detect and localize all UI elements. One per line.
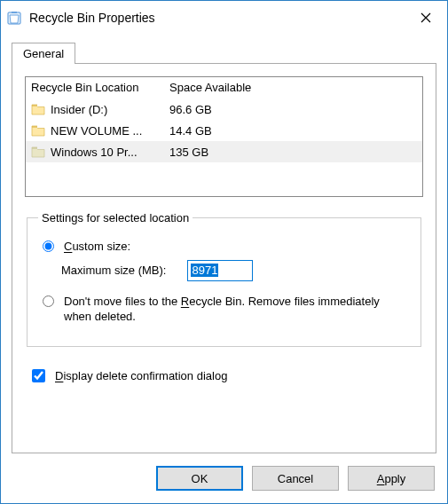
titlebar: Recycle Bin Properties <box>1 1 447 35</box>
maxsize-value: 8971 <box>191 264 218 277</box>
accel-letter: C <box>64 240 72 253</box>
dialog-buttons: OK Cancel Apply <box>1 453 447 503</box>
label-text: isplay delete confirmation dialog <box>63 369 227 382</box>
radio-custom-size[interactable] <box>43 240 54 252</box>
folder-icon <box>31 146 45 158</box>
radio-dont-move-row: Don't move files to the Recycle Bin. Rem… <box>38 294 410 325</box>
tab-general-label: General <box>23 47 64 60</box>
drive-space: 96.6 GB <box>169 103 417 116</box>
maxsize-row: Maximum size (MB): 8971 <box>61 260 410 281</box>
radio-dont-move-label[interactable]: Don't move files to the Recycle Bin. Rem… <box>64 294 410 325</box>
list-item[interactable]: NEW VOLUME ... 14.4 GB <box>26 120 422 141</box>
radio-custom-size-row: Custom size: <box>38 239 410 255</box>
tab-panel-general: Recycle Bin Location Space Available Ins… <box>12 63 436 453</box>
dialog-body: General Recycle Bin Location Space Avail… <box>1 35 447 453</box>
radio-custom-label[interactable]: Custom size: <box>64 239 130 255</box>
drive-name: NEW VOLUME ... <box>51 124 142 138</box>
accel-letter: R <box>181 295 189 308</box>
ok-button[interactable]: OK <box>156 466 243 491</box>
drive-space: 14.4 GB <box>169 124 417 138</box>
button-label: Cancel <box>278 472 313 485</box>
cancel-button[interactable]: Cancel <box>252 466 339 491</box>
close-button[interactable] <box>405 1 447 35</box>
settings-group: Settings for selected location Custom si… <box>27 211 421 347</box>
drive-list-header: Recycle Bin Location Space Available <box>26 77 422 98</box>
tab-general[interactable]: General <box>12 43 75 64</box>
folder-icon <box>31 124 45 137</box>
maxsize-label: Maximum size (MB): <box>61 264 166 277</box>
drive-list[interactable]: Recycle Bin Location Space Available Ins… <box>25 76 423 197</box>
apply-button[interactable]: Apply <box>348 466 435 491</box>
label-text: ustom size: <box>72 240 130 253</box>
folder-icon <box>31 103 45 115</box>
tabstrip: General <box>12 42 436 63</box>
settings-legend: Settings for selected location <box>38 211 193 224</box>
drive-space: 135 GB <box>169 146 417 159</box>
button-label: OK <box>192 472 208 485</box>
recycle-bin-icon <box>6 10 22 26</box>
window-title: Recycle Bin Properties <box>29 11 405 25</box>
header-location[interactable]: Recycle Bin Location <box>31 81 169 94</box>
drive-name: Windows 10 Pr... <box>51 146 138 159</box>
list-item[interactable]: Insider (D:) 96.6 GB <box>26 98 422 120</box>
checkbox-display-confirm[interactable] <box>32 369 45 382</box>
radio-dont-move[interactable] <box>43 295 54 307</box>
list-item[interactable]: Windows 10 Pr... 135 GB <box>26 141 422 162</box>
accel-letter: D <box>55 369 63 382</box>
button-label: pply <box>384 472 405 485</box>
confirm-row: Display delete confirmation dialog <box>28 366 423 385</box>
label-text: Don't move files to the <box>64 295 181 308</box>
checkbox-display-confirm-label[interactable]: Display delete confirmation dialog <box>55 369 227 382</box>
header-space[interactable]: Space Available <box>169 81 417 94</box>
drive-name: Insider (D:) <box>51 103 107 116</box>
maxsize-input[interactable]: 8971 <box>187 260 253 281</box>
